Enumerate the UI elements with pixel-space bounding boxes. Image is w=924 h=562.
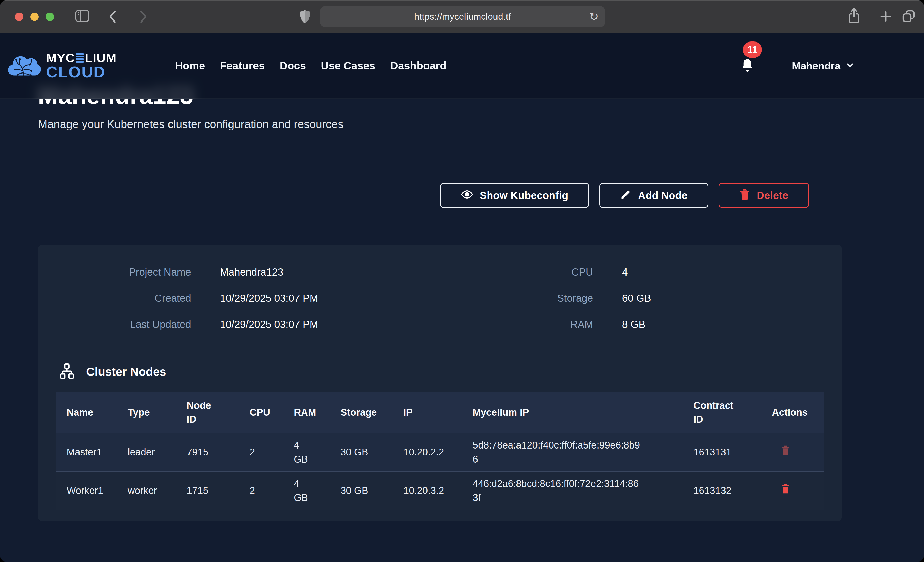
info-value: 10/29/2025 03:07 PM bbox=[220, 319, 318, 330]
col-header-mycelium-ip: Mycelium IP bbox=[462, 392, 682, 433]
info-value: 4 bbox=[622, 266, 628, 278]
mycelium-cloud-logo-icon bbox=[8, 52, 41, 79]
privacy-shield-icon[interactable] bbox=[299, 9, 311, 24]
page-content: Mahendra123 Manage your Kubernetes clust… bbox=[0, 33, 924, 562]
info-label: RAM bbox=[440, 319, 593, 330]
cluster-info-grid: Project Name Mahendra123 Created 10/29/2… bbox=[38, 245, 842, 330]
cell-cpu: 2 bbox=[239, 472, 283, 510]
pencil-icon bbox=[620, 189, 632, 202]
info-row-created: Created 10/29/2025 03:07 PM bbox=[38, 293, 440, 304]
brand-logo[interactable]: MYCLIUM CLOUD bbox=[8, 52, 117, 80]
info-value: 60 GB bbox=[622, 293, 651, 304]
nav-link-home[interactable]: Home bbox=[175, 60, 205, 72]
info-label: Storage bbox=[440, 293, 593, 304]
new-tab-icon[interactable] bbox=[879, 10, 892, 23]
browser-chrome: https://myceliumcloud.tf ↻ bbox=[0, 0, 924, 33]
trash-icon bbox=[781, 453, 790, 457]
delete-node-button[interactable] bbox=[772, 445, 790, 457]
tab-overview-icon[interactable] bbox=[902, 9, 916, 24]
share-icon[interactable] bbox=[848, 8, 861, 24]
col-header-contract-id: Contract ID bbox=[682, 392, 761, 433]
cell-name: Worker1 bbox=[56, 472, 117, 510]
cell-ram: 4 GB bbox=[283, 433, 330, 472]
nav-link-docs[interactable]: Docs bbox=[279, 60, 306, 72]
cell-storage: 30 GB bbox=[330, 472, 393, 510]
logo-e-bars bbox=[76, 53, 84, 63]
cluster-actions: Show Kubeconfig Add Node Delete bbox=[38, 183, 842, 208]
show-kubeconfig-button[interactable]: Show Kubeconfig bbox=[440, 183, 589, 208]
info-row-ram: RAM 8 GB bbox=[440, 319, 842, 330]
info-label: Project Name bbox=[38, 266, 191, 278]
info-label: CPU bbox=[440, 266, 593, 278]
chevron-down-icon bbox=[845, 60, 855, 72]
col-header-actions: Actions bbox=[761, 392, 824, 433]
table-header-row: Name Type Node ID CPU RAM Storage IP Myc… bbox=[56, 392, 824, 433]
cell-contract-id: 1613132 bbox=[682, 472, 761, 510]
cluster-overview-panel: Project Name Mahendra123 Created 10/29/2… bbox=[38, 245, 842, 521]
trash-icon bbox=[781, 491, 790, 495]
col-header-ram: RAM bbox=[283, 392, 330, 433]
delete-label: Delete bbox=[757, 190, 788, 201]
add-node-label: Add Node bbox=[638, 190, 687, 201]
user-name: Mahendra bbox=[792, 60, 840, 72]
table-row: Master1 leader 7915 2 4 GB 30 GB 10.20.2… bbox=[56, 433, 824, 472]
notifications-button[interactable]: 11 bbox=[740, 58, 755, 74]
col-header-cpu: CPU bbox=[239, 392, 283, 433]
info-label: Created bbox=[38, 293, 191, 304]
forward-icon[interactable] bbox=[138, 10, 148, 24]
cell-ip: 10.20.3.2 bbox=[393, 472, 462, 510]
address-bar[interactable]: https://myceliumcloud.tf ↻ bbox=[320, 6, 605, 27]
cell-name: Master1 bbox=[56, 433, 117, 472]
cell-type: leader bbox=[117, 433, 176, 472]
cell-type: worker bbox=[117, 472, 176, 510]
reload-icon[interactable]: ↻ bbox=[589, 11, 598, 22]
user-menu[interactable]: Mahendra bbox=[792, 60, 855, 72]
brand-line2: CLOUD bbox=[46, 63, 106, 81]
trash-icon bbox=[740, 188, 750, 203]
col-header-ip: IP bbox=[393, 392, 462, 433]
col-header-name: Name bbox=[56, 392, 117, 433]
info-row-storage: Storage 60 GB bbox=[440, 293, 842, 304]
bell-icon bbox=[740, 70, 755, 75]
show-kubeconfig-label: Show Kubeconfig bbox=[480, 190, 568, 201]
info-value: Mahendra123 bbox=[220, 266, 284, 278]
brand-line1: MYCLIUM bbox=[46, 52, 117, 64]
fullscreen-window-button[interactable] bbox=[46, 13, 54, 21]
cell-node-id: 1715 bbox=[176, 472, 239, 510]
cluster-nodes-table: Name Type Node ID CPU RAM Storage IP Myc… bbox=[56, 392, 824, 510]
cell-cpu: 2 bbox=[239, 433, 283, 472]
minimize-window-button[interactable] bbox=[30, 13, 39, 21]
cell-actions bbox=[761, 472, 824, 510]
browser-window: https://myceliumcloud.tf ↻ Mahendra123 M… bbox=[0, 0, 924, 562]
main-navbar: MYCLIUM CLOUD Home Features Docs Use Cas… bbox=[0, 33, 924, 99]
cluster-nodes-icon bbox=[58, 363, 75, 381]
table-row: Worker1 worker 1715 2 4 GB 30 GB 10.20.3… bbox=[56, 472, 824, 510]
delete-node-button[interactable] bbox=[772, 483, 790, 495]
cluster-nodes-heading: Cluster Nodes bbox=[86, 365, 166, 378]
info-row-last-updated: Last Updated 10/29/2025 03:07 PM bbox=[38, 319, 440, 330]
info-row-project-name: Project Name Mahendra123 bbox=[38, 266, 440, 278]
notification-count-badge: 11 bbox=[743, 42, 762, 58]
cell-storage: 30 GB bbox=[330, 433, 393, 472]
delete-cluster-button[interactable]: Delete bbox=[718, 183, 809, 208]
nav-link-dashboard[interactable]: Dashboard bbox=[390, 60, 447, 72]
col-header-type: Type bbox=[117, 392, 176, 433]
eye-icon bbox=[461, 188, 473, 203]
cell-contract-id: 1613131 bbox=[682, 433, 761, 472]
cell-mycelium-ip: 5d8:78ea:a120:f40c:ff0f:a5fe:99e6:8b96 bbox=[462, 433, 682, 472]
add-node-button[interactable]: Add Node bbox=[599, 183, 708, 208]
page-subtitle: Manage your Kubernetes cluster configura… bbox=[38, 118, 344, 131]
page: Mahendra123 Manage your Kubernetes clust… bbox=[0, 33, 924, 562]
info-label: Last Updated bbox=[38, 319, 191, 330]
info-value: 8 GB bbox=[622, 319, 645, 330]
nav-link-use-cases[interactable]: Use Cases bbox=[321, 60, 375, 72]
nav-link-features[interactable]: Features bbox=[220, 60, 265, 72]
back-icon[interactable] bbox=[108, 10, 117, 24]
url-text: https://myceliumcloud.tf bbox=[414, 12, 511, 22]
cell-ram: 4 GB bbox=[283, 472, 330, 510]
close-window-button[interactable] bbox=[15, 13, 23, 21]
cell-mycelium-ip: 446:d2a6:8bcd:8c16:ff0f:72e2:3114:863f bbox=[462, 472, 682, 510]
nav-links: Home Features Docs Use Cases Dashboard bbox=[175, 60, 447, 72]
cluster-nodes-header: Cluster Nodes bbox=[58, 363, 842, 381]
sidebar-toggle-icon[interactable] bbox=[75, 9, 90, 22]
